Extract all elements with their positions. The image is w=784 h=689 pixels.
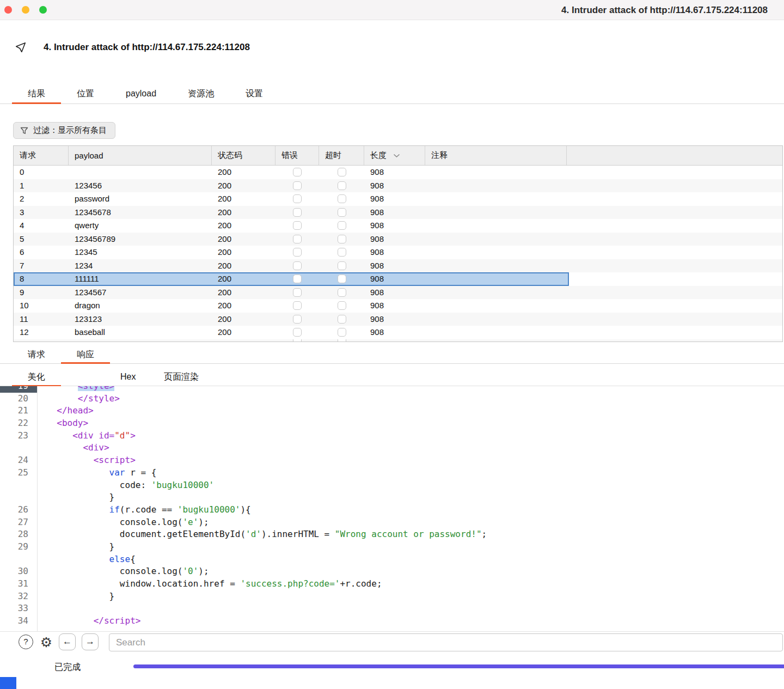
error-checkbox[interactable] bbox=[293, 235, 302, 243]
cell-comment bbox=[425, 206, 567, 219]
table-row[interactable]: 10dragon200908 bbox=[14, 299, 782, 313]
filter-bar[interactable]: 过滤：显示所有条目 bbox=[13, 122, 115, 139]
tab-results[interactable]: 结果 bbox=[12, 83, 61, 103]
cell-timeout bbox=[319, 286, 364, 300]
error-checkbox[interactable] bbox=[293, 261, 302, 270]
tab-settings[interactable]: 设置 bbox=[230, 83, 279, 103]
code-line[interactable]: <div> bbox=[0, 442, 784, 454]
tab-positions[interactable]: 位置 bbox=[61, 83, 110, 103]
table-row[interactable]: 8111111200908 bbox=[14, 272, 782, 286]
code-line[interactable]: 25 var r = { bbox=[0, 467, 784, 479]
code-line[interactable]: 21 </head> bbox=[0, 405, 784, 417]
error-checkbox[interactable] bbox=[293, 328, 302, 337]
table-row[interactable]: 12baseball200908 bbox=[14, 326, 782, 339]
code-line[interactable]: 28 document.getElementById('d').innerHTM… bbox=[0, 528, 784, 541]
code-line[interactable]: 19 <style> bbox=[0, 386, 784, 393]
timeout-checkbox[interactable] bbox=[338, 301, 346, 310]
tab-response[interactable]: 响应 bbox=[61, 345, 110, 363]
table-row[interactable]: 91234567200908 bbox=[14, 286, 782, 300]
cell-status: 200 bbox=[212, 179, 275, 193]
table-row[interactable]: 71234200908 bbox=[14, 259, 782, 273]
error-checkbox[interactable] bbox=[293, 221, 302, 230]
table-row[interactable]: 612345200908 bbox=[14, 246, 782, 259]
code-line[interactable]: 27 console.log('e'); bbox=[0, 516, 784, 529]
cell-length: 908 bbox=[364, 259, 425, 273]
intruder-attack-window: 4. Intruder attack of http://114.67.175.… bbox=[0, 0, 784, 689]
code-line[interactable]: code: 'bugku10000' bbox=[0, 479, 784, 492]
error-checkbox[interactable] bbox=[293, 168, 302, 176]
timeout-checkbox[interactable] bbox=[338, 288, 346, 297]
error-checkbox[interactable] bbox=[293, 301, 302, 310]
column-header-0[interactable]: 请求 bbox=[14, 146, 69, 165]
error-checkbox[interactable] bbox=[293, 181, 302, 190]
error-checkbox[interactable] bbox=[293, 194, 302, 203]
timeout-checkbox[interactable] bbox=[338, 328, 346, 337]
help-icon[interactable]: ? bbox=[19, 635, 33, 649]
code-line[interactable]: 22 <body> bbox=[0, 417, 784, 430]
column-header-1[interactable]: payload bbox=[69, 146, 212, 165]
code-line[interactable]: 32 } bbox=[0, 590, 784, 603]
table-row[interactable]: 5123456789200908 bbox=[14, 233, 782, 246]
error-checkbox[interactable] bbox=[293, 208, 302, 217]
cell-payload: 123456789 bbox=[69, 233, 212, 246]
code-line[interactable]: 29 } bbox=[0, 541, 784, 553]
timeout-checkbox[interactable] bbox=[338, 181, 346, 190]
timeout-checkbox[interactable] bbox=[338, 221, 346, 230]
zoom-window-button[interactable] bbox=[39, 6, 47, 14]
cell-status: 200 bbox=[212, 259, 275, 273]
column-header-label: payload bbox=[75, 151, 103, 160]
timeout-checkbox[interactable] bbox=[338, 261, 346, 270]
code-line[interactable]: 33 bbox=[0, 602, 784, 615]
timeout-checkbox[interactable] bbox=[338, 194, 346, 203]
error-checkbox[interactable] bbox=[293, 315, 302, 324]
close-window-button[interactable] bbox=[4, 6, 12, 14]
tab-pretty[interactable]: 美化 bbox=[12, 367, 61, 386]
code-line[interactable]: else{ bbox=[0, 553, 784, 566]
search-input[interactable] bbox=[109, 633, 783, 651]
column-header-5[interactable]: 长度 bbox=[364, 146, 425, 165]
table-row[interactable]: 4qwerty200908 bbox=[14, 219, 782, 233]
code-line[interactable]: 34 </script> bbox=[0, 615, 784, 627]
error-checkbox[interactable] bbox=[293, 248, 302, 257]
code-line[interactable]: 30 console.log('0'); bbox=[0, 565, 784, 578]
tab-resource-pool[interactable]: 资源池 bbox=[172, 83, 230, 103]
cell-comment bbox=[425, 299, 567, 313]
code-line[interactable]: 24 <script> bbox=[0, 454, 784, 467]
tab-hex[interactable]: Hex bbox=[105, 367, 151, 386]
timeout-checkbox[interactable] bbox=[338, 208, 346, 217]
code-line[interactable]: 26 if(r.code == 'bugku10000'){ bbox=[0, 504, 784, 516]
timeout-checkbox[interactable] bbox=[338, 235, 346, 243]
table-row[interactable]: 312345678200908 bbox=[14, 206, 782, 219]
response-viewer[interactable]: 19 <style>20 </style>21 </head>22 <body>… bbox=[0, 386, 784, 631]
timeout-checkbox[interactable] bbox=[338, 168, 346, 176]
search-prev-button[interactable]: ← bbox=[59, 633, 76, 650]
table-row[interactable]: 1123456200908 bbox=[14, 179, 782, 193]
code-line[interactable]: } bbox=[0, 491, 784, 504]
search-next-button[interactable]: → bbox=[82, 633, 99, 650]
table-row[interactable]: 0200908 bbox=[14, 166, 782, 179]
code-line[interactable]: 20 </style> bbox=[0, 393, 784, 405]
tab-request[interactable]: 请求 bbox=[12, 345, 61, 363]
code-line[interactable]: 23 <div id="d"> bbox=[0, 430, 784, 442]
timeout-checkbox[interactable] bbox=[338, 275, 346, 283]
cell-empty bbox=[212, 339, 275, 343]
error-checkbox[interactable] bbox=[293, 288, 302, 297]
column-header-label: 长度 bbox=[370, 150, 387, 161]
column-header-4[interactable]: 超时 bbox=[319, 146, 364, 165]
gear-icon[interactable]: ⚙ bbox=[38, 632, 55, 652]
column-header-label: 请求 bbox=[20, 150, 36, 161]
cell-length: 908 bbox=[364, 313, 425, 326]
column-header-2[interactable]: 状态码 bbox=[212, 146, 275, 165]
tab-render[interactable]: 页面渲染 bbox=[148, 367, 215, 386]
cell-timeout bbox=[319, 179, 364, 193]
table-row[interactable]: 11123123200908 bbox=[14, 313, 782, 326]
tab-payload[interactable]: payload bbox=[110, 83, 172, 103]
error-checkbox[interactable] bbox=[293, 275, 302, 283]
column-header-3[interactable]: 错误 bbox=[275, 146, 319, 165]
table-row[interactable]: 2password200908 bbox=[14, 192, 782, 206]
column-header-6[interactable]: 注释 bbox=[425, 146, 567, 165]
timeout-checkbox[interactable] bbox=[338, 315, 346, 324]
minimize-window-button[interactable] bbox=[22, 6, 29, 14]
code-line[interactable]: 31 window.location.href = 'success.php?c… bbox=[0, 578, 784, 590]
timeout-checkbox[interactable] bbox=[338, 248, 346, 257]
